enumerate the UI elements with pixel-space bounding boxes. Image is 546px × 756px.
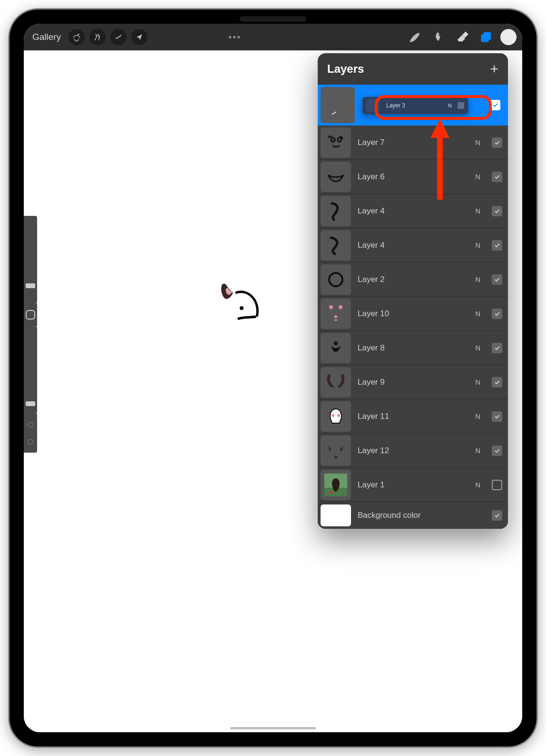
blend-mode-label[interactable]: N [475, 446, 480, 455]
adjustments-icon[interactable] [89, 29, 106, 45]
blend-mode-label[interactable]: N [475, 344, 480, 352]
svg-point-7 [339, 305, 342, 309]
blend-mode-label[interactable]: N [475, 412, 480, 420]
modify-button[interactable] [24, 303, 37, 326]
layer-name: Layer 10 [358, 309, 468, 319]
blend-mode-label[interactable]: N [475, 138, 480, 146]
layer-thumbnail [321, 87, 355, 123]
layers-panel: Layers + Layer 13 Layer 3 N Layer 7NLaye… [318, 53, 508, 529]
layer-visible-checkbox[interactable] [492, 411, 502, 422]
layer-thumbnail [321, 299, 351, 329]
layer-row[interactable]: Layer 2N [318, 262, 508, 297]
top-toolbar: Gallery ••• [24, 24, 522, 50]
layer-thumbnail [321, 436, 351, 466]
layer-row[interactable]: Layer 1N [318, 468, 508, 502]
layer-name: Layer 1 [358, 480, 468, 490]
layer-visible-checkbox[interactable] [490, 100, 500, 110]
dragging-layer-ghost[interactable]: Layer 3 N [362, 97, 468, 114]
layer-row-selected[interactable]: Layer 13 Layer 3 N [318, 85, 508, 126]
layer-visible-checkbox[interactable] [492, 480, 502, 490]
layer-name: Background color [358, 511, 485, 520]
layers-title: Layers [327, 62, 364, 76]
layer-name: Layer 4 [358, 206, 468, 216]
layer-visible-checkbox[interactable] [492, 137, 502, 148]
layer-name: Layer 7 [358, 138, 468, 147]
layer-thumbnail [321, 196, 351, 226]
svg-point-10 [332, 414, 334, 417]
layer-row[interactable]: Layer 10N [318, 297, 508, 331]
smudge-icon[interactable] [429, 28, 448, 47]
brush-size-slider[interactable] [24, 216, 37, 303]
layer-name: Layer 6 [358, 172, 468, 182]
layer-row[interactable]: Layer 6N [318, 160, 508, 194]
canvas-artwork [219, 274, 262, 340]
layer-visible-checkbox[interactable] [492, 172, 502, 182]
layer-row[interactable]: Layer 4N [318, 228, 508, 262]
svg-point-8 [334, 315, 337, 318]
svg-point-14 [330, 491, 332, 494]
layer-visible-checkbox[interactable] [492, 446, 502, 456]
blend-mode-label[interactable]: N [475, 173, 480, 181]
blend-mode-label[interactable]: N [475, 275, 480, 283]
gallery-button[interactable]: Gallery [29, 32, 64, 42]
layer-row[interactable]: Layer 9N [318, 365, 508, 399]
svg-rect-1 [483, 32, 491, 40]
layer-name: Layer 4 [358, 241, 468, 250]
blend-mode-label: N [448, 103, 452, 108]
blend-mode-label[interactable]: N [475, 481, 480, 489]
layer-visible-checkbox[interactable] [492, 240, 502, 251]
layer-name: Layer 3 [386, 102, 444, 109]
layer-row[interactable]: Layer 11N [318, 399, 508, 434]
background-color-row[interactable]: Background color [318, 502, 508, 529]
svg-point-9 [334, 341, 338, 345]
svg-point-11 [337, 414, 340, 417]
layer-row[interactable]: Layer 4N [318, 194, 508, 228]
layer-visible-checkbox[interactable] [492, 274, 502, 285]
layer-thumbnail [321, 127, 351, 158]
layer-name: Layer 2 [358, 275, 468, 284]
eraser-icon[interactable] [453, 28, 472, 47]
more-dots-icon[interactable]: ••• [228, 32, 241, 43]
layer-thumbnail [321, 230, 351, 261]
svg-point-2 [240, 306, 244, 310]
layer-name: Layer 11 [358, 412, 468, 421]
layer-visible-checkbox[interactable] [492, 309, 502, 319]
actions-icon[interactable] [68, 29, 85, 45]
blend-mode-label[interactable]: N [475, 310, 480, 318]
layer-thumbnail [321, 401, 351, 432]
svg-point-5 [329, 273, 342, 286]
layer-visible-checkbox[interactable] [492, 377, 502, 388]
layer-thumbnail [321, 470, 351, 500]
layer-thumbnail [321, 264, 351, 295]
screen: Gallery ••• [24, 24, 522, 732]
undo-icon[interactable] [26, 420, 35, 429]
svg-point-4 [338, 138, 341, 142]
layer-thumbnail [321, 333, 351, 363]
layer-visible-checkbox[interactable] [492, 206, 502, 216]
ipad-device-frame: Gallery ••• [10, 10, 536, 746]
layer-row[interactable]: Layer 8N [318, 331, 508, 365]
opacity-slider[interactable] [24, 326, 37, 414]
layer-row[interactable]: Layer 12N [318, 434, 508, 468]
redo-icon[interactable] [26, 437, 35, 446]
svg-point-3 [331, 138, 335, 142]
transform-icon[interactable] [131, 29, 147, 45]
home-indicator [230, 727, 316, 729]
selection-icon[interactable] [110, 29, 127, 45]
layer-visible-checkbox[interactable] [492, 343, 502, 353]
blend-mode-label[interactable]: N [475, 207, 480, 215]
layers-icon[interactable] [477, 28, 496, 47]
layer-thumbnail [366, 99, 380, 112]
layer-name: Layer 12 [358, 446, 468, 456]
layer-visible-checkbox[interactable] [492, 510, 502, 521]
blend-mode-label[interactable]: N [475, 378, 480, 386]
sidebar-tools [24, 216, 42, 453]
layer-name: Layer 9 [358, 378, 468, 387]
add-layer-button[interactable]: + [490, 61, 498, 77]
layer-name: Layer 8 [358, 343, 468, 353]
color-swatch[interactable] [500, 29, 517, 45]
blend-mode-label[interactable]: N [475, 241, 480, 249]
layer-visible-checkbox [458, 102, 464, 109]
brush-icon[interactable] [405, 28, 424, 47]
layer-row[interactable]: Layer 7N [318, 126, 508, 160]
